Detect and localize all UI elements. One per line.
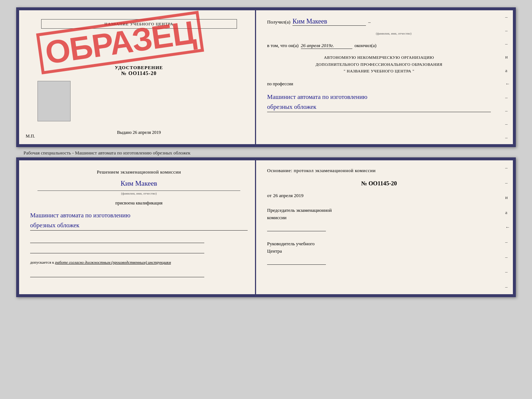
kvali-line2: обрезных обложек bbox=[30, 220, 248, 230]
profession-line1: Машинист автомата по изготовлению bbox=[267, 92, 491, 102]
recipient-name: Ким Макеев bbox=[292, 18, 366, 26]
side-dashes-right: – – – и а ← – – – – bbox=[505, 10, 510, 144]
top-cert-right: Получил(а) Ким Макеев – (фамилия, имя, о… bbox=[256, 10, 513, 144]
top-certificate-spread: НАЗВАНИЕ УЧЕБНОГО ЦЕНТРА ОБРАЗЕЦ УДОСТОВ… bbox=[16, 7, 516, 147]
school-title: НАЗВАНИЕ УЧЕБНОГО ЦЕНТРА bbox=[41, 19, 237, 29]
protocol-date-prefix: от bbox=[267, 193, 272, 199]
profession-label: по профессии bbox=[267, 81, 491, 87]
org-block: АВТОНОМНУЮ НЕКОММЕРЧЕСКУЮ ОРГАНИЗАЦИЮ ДО… bbox=[267, 54, 491, 75]
dopusk-prefix: допускается к bbox=[30, 260, 54, 264]
blank-line-1 bbox=[30, 236, 204, 243]
protocol-date-value: 26 апреля 2019 bbox=[273, 193, 303, 199]
date-value: 26 апреля 2019г. bbox=[301, 43, 352, 49]
date-prefix: в том, что он(а) bbox=[267, 43, 299, 49]
blank-line-2 bbox=[30, 247, 204, 253]
blank-line-3 bbox=[30, 271, 204, 277]
org-line1: АВТОНОМНУЮ НЕКОММЕРЧЕСКУЮ ОРГАНИЗАЦИЮ bbox=[267, 54, 491, 61]
issue-date: Выдано 26 апреля 2019 bbox=[117, 130, 161, 137]
date-suffix: окончил(а) bbox=[355, 43, 377, 49]
bottom-certificate-spread: Решением экзаменационной комиссии Ким Ма… bbox=[16, 157, 516, 297]
org-line3: " НАЗВАНИЕ УЧЕБНОГО ЦЕНТРА " bbox=[267, 68, 491, 75]
dopusk-italic: работе согласно должностным (производств… bbox=[55, 260, 171, 264]
recipient-line: Получил(а) Ким Макеев – bbox=[267, 18, 491, 26]
kvali-label: присвоена квалификация bbox=[30, 200, 248, 206]
date-line: в том, что он(а) 26 апреля 2019г. окончи… bbox=[267, 43, 491, 49]
dopusk-text: допускается к работе согласно должностны… bbox=[30, 259, 248, 266]
chairman-block: Председатель экзаменационной комиссии bbox=[267, 207, 491, 231]
profession-value: Машинист автомата по изготовлению обрезн… bbox=[267, 92, 491, 112]
chairman-label: Председатель экзаменационной комиссии bbox=[267, 207, 491, 221]
side-dashes-right-bottom: – – и а ← – – – – bbox=[505, 160, 510, 294]
doc-number: № OO1145-20 bbox=[115, 71, 163, 76]
kvali-value: Машинист автомата по изготовлению обрезн… bbox=[30, 210, 248, 231]
fio-subtitle: (фамилия, имя, отчество) bbox=[37, 190, 240, 195]
document-container: НАЗВАНИЕ УЧЕБНОГО ЦЕНТРА ОБРАЗЕЦ УДОСТОВ… bbox=[16, 7, 516, 297]
protocol-date: от 26 апреля 2019 bbox=[267, 193, 491, 199]
blank-lines bbox=[30, 236, 248, 253]
commission-name: Ким Макеев bbox=[30, 179, 248, 188]
osnov-title: Основание: протокол экзаменационной коми… bbox=[267, 168, 491, 174]
kvali-line1: Машинист автомата по изготовлению bbox=[30, 210, 248, 220]
bottom-cert-left: Решением экзаменационной комиссии Ким Ма… bbox=[19, 160, 256, 294]
profession-line2: обрезных обложек bbox=[267, 102, 491, 112]
commission-title: Решением экзаменационной комиссии bbox=[30, 169, 248, 175]
top-cert-left: НАЗВАНИЕ УЧЕБНОГО ЦЕНТРА ОБРАЗЕЦ УДОСТОВ… bbox=[19, 10, 256, 144]
doc-type: УДОСТОВЕРЕНИЕ bbox=[115, 65, 163, 71]
mp-label: М.П. bbox=[26, 133, 35, 139]
recipient-prefix: Получил(а) bbox=[267, 19, 290, 25]
rukov-block: Руководитель учебного Центра bbox=[267, 240, 491, 265]
photo-placeholder bbox=[37, 81, 71, 121]
middle-label: Рабочая специальность - Машинист автомат… bbox=[16, 147, 516, 157]
rukov-label: Руководитель учебного Центра bbox=[267, 240, 491, 254]
protocol-number: № OO1145-20 bbox=[267, 180, 491, 187]
org-line2: ДОПОЛНИТЕЛЬНОГО ПРОФЕССИОНАЛЬНОГО ОБРАЗО… bbox=[267, 61, 491, 68]
bottom-cert-right: Основание: протокол экзаменационной коми… bbox=[256, 160, 513, 294]
chairman-signature-line bbox=[267, 222, 326, 231]
rukov-signature-line bbox=[267, 256, 326, 265]
recipient-subtitle: (фамилия, имя, отчество) bbox=[296, 32, 491, 35]
